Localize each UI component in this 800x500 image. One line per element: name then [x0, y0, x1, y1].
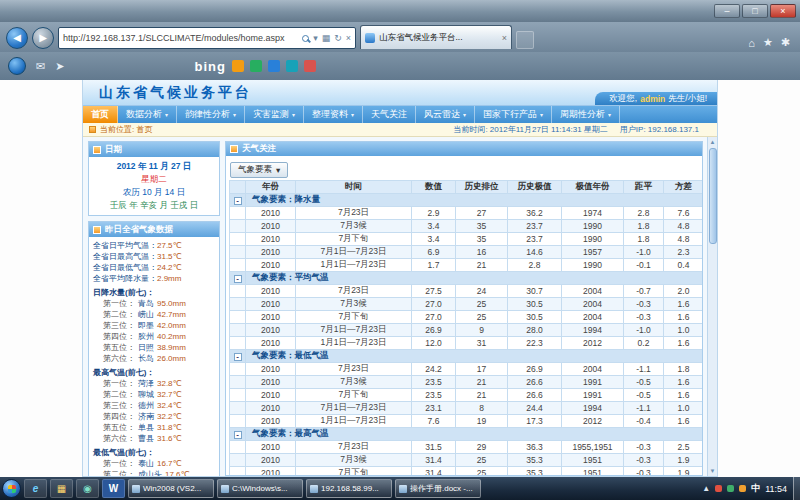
toolbar-plugin-icon-4[interactable] — [304, 60, 316, 72]
table-cell: -1.1 — [624, 401, 664, 414]
table-row[interactable]: 20107月1日—7月23日6.91614.61957-1.02.3 — [230, 245, 703, 258]
gear-icon[interactable]: ✱ — [781, 36, 790, 49]
stop-icon[interactable]: × — [346, 33, 351, 43]
table-row[interactable]: 20107月下旬3.43523.719901.84.8 — [230, 232, 703, 245]
table-cell: 7月23日 — [296, 284, 412, 297]
table-section-row[interactable]: -气象要素：平均气温 — [230, 271, 703, 284]
start-button[interactable] — [2, 479, 21, 498]
tray-app-icon-3[interactable] — [739, 485, 746, 492]
word-taskbar-icon[interactable]: W — [102, 479, 125, 498]
taskbar-button-4[interactable]: 操作手册.docx -... — [395, 479, 481, 498]
taskbar-button-1[interactable]: Win2008 (VS2... — [128, 479, 214, 498]
table-row[interactable]: 20107月下旬31.42535.31951-0.31.9 — [230, 466, 703, 475]
nav-item-6[interactable]: 天气关注 — [363, 106, 416, 123]
table-section-row[interactable]: -气象要素：降水量 — [230, 193, 703, 206]
tray-app-icon-1[interactable] — [715, 485, 722, 492]
table-cell: 23.5 — [412, 375, 456, 388]
table-row[interactable]: 20107月1日—7月23日26.9928.01994-1.01.0 — [230, 323, 703, 336]
nav-item-label: 风云雷达 — [424, 108, 460, 121]
compatibility-view-icon[interactable]: ▦ — [322, 33, 331, 43]
bing-button-icon[interactable] — [232, 60, 244, 72]
taskbar-button-3[interactable]: 192.168.58.99... — [306, 479, 392, 498]
ie-taskbar-icon[interactable]: e — [24, 479, 47, 498]
table-cell: 0.2 — [624, 336, 664, 349]
vertical-scrollbar[interactable]: ▲ ▼ — [707, 137, 717, 476]
toolbar-app-icon[interactable] — [8, 57, 26, 75]
new-tab-button[interactable] — [516, 31, 534, 49]
table-cell: 23.7 — [508, 219, 562, 232]
table-row[interactable]: 20107月23日2.92736.219742.87.6 — [230, 206, 703, 219]
send-icon[interactable]: ➤ — [55, 60, 64, 73]
collapse-icon[interactable]: - — [234, 353, 242, 361]
home-icon[interactable]: ⌂ — [748, 37, 755, 49]
bing-logo[interactable]: bing — [194, 59, 225, 74]
table-section-row[interactable]: -气象要素：最低气温 — [230, 349, 703, 362]
browser-tab[interactable]: 山东省气候业务平台... × — [360, 25, 512, 49]
search-dropdown-icon[interactable]: ▾ — [313, 33, 318, 43]
table-row[interactable]: 20101月1日—7月23日7.61917.32012-0.41.6 — [230, 414, 703, 427]
browser-forward-button[interactable]: ▶ — [32, 27, 54, 49]
table-row[interactable]: 20101月1日—7月23日12.03122.320120.21.6 — [230, 336, 703, 349]
element-filter-button[interactable]: 气象要素 ▾ — [230, 162, 288, 178]
nav-item-1[interactable]: 首页 — [83, 106, 118, 123]
search-icon[interactable] — [302, 35, 309, 42]
refresh-icon[interactable]: ↻ — [334, 33, 342, 43]
nav-item-8[interactable]: 国家下行产品▾ — [475, 106, 552, 123]
header-cell: 时间 — [296, 180, 412, 193]
scroll-down-icon[interactable]: ▼ — [710, 466, 716, 476]
calendar-icon — [93, 146, 101, 154]
collapse-icon[interactable]: - — [234, 197, 242, 205]
weather-summary-item: 全省日平均气温：27.5℃ — [93, 240, 215, 251]
table-cell: 17.3 — [508, 414, 562, 427]
table-row[interactable]: 20107月1日—7月23日23.1824.41994-1.11.0 — [230, 401, 703, 414]
ime-indicator[interactable]: 中 — [751, 482, 760, 495]
collapse-icon[interactable]: - — [234, 431, 242, 439]
table-cell: 22.3 — [508, 336, 562, 349]
window-close-button[interactable]: × — [770, 4, 796, 18]
nav-item-2[interactable]: 数据分析▾ — [118, 106, 177, 123]
breadcrumb-icon — [89, 126, 96, 133]
taskbar-button-2[interactable]: C:\Windows\s... — [217, 479, 303, 498]
table-cell: -1.0 — [624, 323, 664, 336]
table-row[interactable]: 20107月3候27.02530.52004-0.31.6 — [230, 297, 703, 310]
nav-item-9[interactable]: 周期性分析▾ — [552, 106, 620, 123]
toolbar-plugin-icon-3[interactable] — [286, 60, 298, 72]
window-maximize-button[interactable]: □ — [742, 4, 768, 18]
header-cell-empty — [230, 180, 246, 193]
table-row[interactable]: 20107月23日31.52936.31955,1951-0.32.5 — [230, 440, 703, 453]
nav-item-5[interactable]: 整理资料▾ — [304, 106, 363, 123]
table-section-row[interactable]: -气象要素：最高气温 — [230, 427, 703, 440]
table-row[interactable]: 20107月23日24.21726.92004-1.11.8 — [230, 362, 703, 375]
collapse-icon[interactable]: - — [234, 275, 242, 283]
scroll-up-icon[interactable]: ▲ — [710, 137, 716, 147]
table-cell: 1994 — [562, 401, 624, 414]
hidden-icons-chevron[interactable]: ▲ — [702, 484, 710, 493]
nav-item-7[interactable]: 风云雷达▾ — [416, 106, 475, 123]
table-row[interactable]: 20107月3候31.42535.31951-0.31.9 — [230, 453, 703, 466]
media-taskbar-icon[interactable]: ◉ — [76, 479, 99, 498]
tab-close-icon[interactable]: × — [502, 33, 507, 43]
table-row[interactable]: 20107月23日27.52430.72004-0.72.0 — [230, 284, 703, 297]
table-row[interactable]: 20107月3候23.52126.61991-0.51.6 — [230, 375, 703, 388]
browser-back-button[interactable]: ◀ — [6, 27, 28, 49]
station-value: 31.8℃ — [157, 422, 182, 433]
nav-item-3[interactable]: 韵律性分析▾ — [177, 106, 245, 123]
toolbar-plugin-icon-2[interactable] — [268, 60, 280, 72]
scrollbar-thumb[interactable] — [709, 148, 717, 244]
show-desktop-button[interactable] — [793, 477, 800, 500]
mail-icon[interactable]: ✉ — [36, 60, 45, 73]
table-row[interactable]: 20107月下旬23.52126.61991-0.51.6 — [230, 388, 703, 401]
toolbar-plugin-icon-1[interactable] — [250, 60, 262, 72]
nav-item-4[interactable]: 灾害监测▾ — [245, 106, 304, 123]
address-bar[interactable]: http://192.168.137.1/SLCCLIMATE/modules/… — [58, 27, 356, 49]
table-row[interactable]: 20107月下旬27.02530.52004-0.31.6 — [230, 310, 703, 323]
table-row[interactable]: 20101月1日—7月23日1.7212.81990-0.10.4 — [230, 258, 703, 271]
favorites-star-icon[interactable]: ★ — [763, 36, 773, 49]
window-minimize-button[interactable]: – — [714, 4, 740, 18]
explorer-taskbar-icon[interactable]: ▦ — [50, 479, 73, 498]
tray-app-icon-2[interactable] — [727, 485, 734, 492]
table-cell: 2010 — [246, 414, 296, 427]
table-row[interactable]: 20107月3候3.43523.719901.84.8 — [230, 219, 703, 232]
tab-title: 山东省气候业务平台... — [379, 32, 498, 44]
taskbar-clock[interactable]: 11:54 — [765, 484, 787, 494]
